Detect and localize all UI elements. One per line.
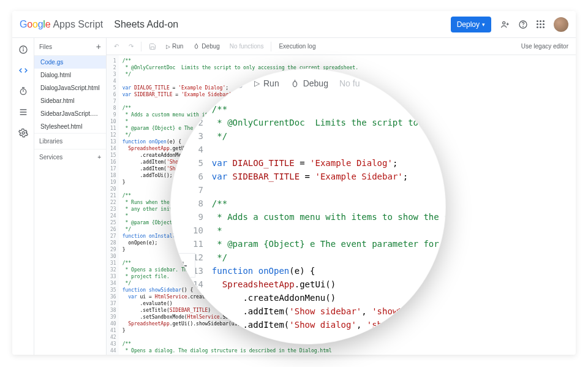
zoom-debug-button: Debug <box>290 78 328 88</box>
nav-info-icon[interactable] <box>18 44 29 55</box>
files-panel: Files+ Code.gsDialog.htmlDialogJavaScrip… <box>34 38 107 355</box>
svg-point-17 <box>293 81 296 86</box>
product-name: Apps Script <box>53 19 103 30</box>
zoom-no-functions: No fu <box>339 78 360 88</box>
services-header: Services <box>39 154 62 161</box>
svg-point-7 <box>23 48 23 48</box>
file-item[interactable]: DialogJavaScript.html <box>34 81 106 94</box>
legacy-editor-button[interactable]: Use legacy editor <box>519 42 571 51</box>
nav-rail <box>12 38 34 355</box>
add-file-icon[interactable]: + <box>96 42 101 51</box>
files-header: Files <box>39 44 52 50</box>
help-icon[interactable] <box>518 20 528 29</box>
undo-button[interactable]: ↶ <box>111 42 121 51</box>
file-item[interactable]: Sidebar.html <box>34 94 106 107</box>
svg-point-0 <box>503 21 505 24</box>
run-button[interactable]: ▷Run <box>164 42 186 51</box>
svg-point-14 <box>22 132 24 134</box>
file-item[interactable]: Dialog.html <box>34 69 106 81</box>
file-item[interactable]: Stylesheet.html <box>34 120 106 133</box>
editor-toolbar: ↶ ↷ ▷Run Debug No functions Execution lo… <box>107 38 576 55</box>
save-button[interactable] <box>146 42 159 51</box>
zoom-run-button: ▷Run <box>254 78 279 88</box>
google-logo: Google <box>20 19 50 30</box>
apps-grid-icon[interactable] <box>537 20 545 29</box>
execution-log-button[interactable]: Execution log <box>276 42 318 51</box>
nav-editor-icon[interactable] <box>18 65 29 76</box>
project-title[interactable]: Sheets Add-on <box>114 19 178 30</box>
file-item[interactable]: SidebarJavaScript.html <box>34 107 106 120</box>
magnifier-overlay: ▷Run Debug No fu 12345678910111213141516… <box>170 69 446 344</box>
debug-button[interactable]: Debug <box>190 42 222 51</box>
nav-triggers-icon[interactable] <box>18 86 29 97</box>
libraries-header: Libraries <box>39 138 62 145</box>
nav-settings-icon[interactable] <box>18 127 29 138</box>
no-functions-label: No functions <box>227 42 266 51</box>
file-item[interactable]: Code.gs <box>34 56 106 69</box>
svg-point-15 <box>195 45 198 48</box>
avatar[interactable] <box>554 17 568 32</box>
nav-executions-icon[interactable] <box>18 107 29 118</box>
add-user-icon[interactable] <box>500 20 510 29</box>
svg-point-4 <box>523 26 524 27</box>
redo-button[interactable]: ↷ <box>126 42 136 51</box>
add-service-icon[interactable]: + <box>97 154 101 161</box>
deploy-button[interactable]: Deploy <box>451 17 491 32</box>
